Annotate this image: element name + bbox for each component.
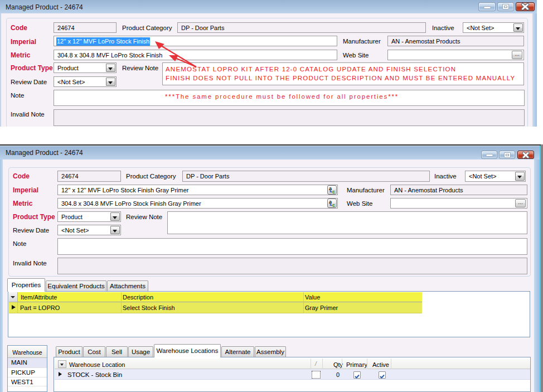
- svg-text:c: c: [332, 202, 335, 207]
- svg-text:c: c: [332, 189, 335, 194]
